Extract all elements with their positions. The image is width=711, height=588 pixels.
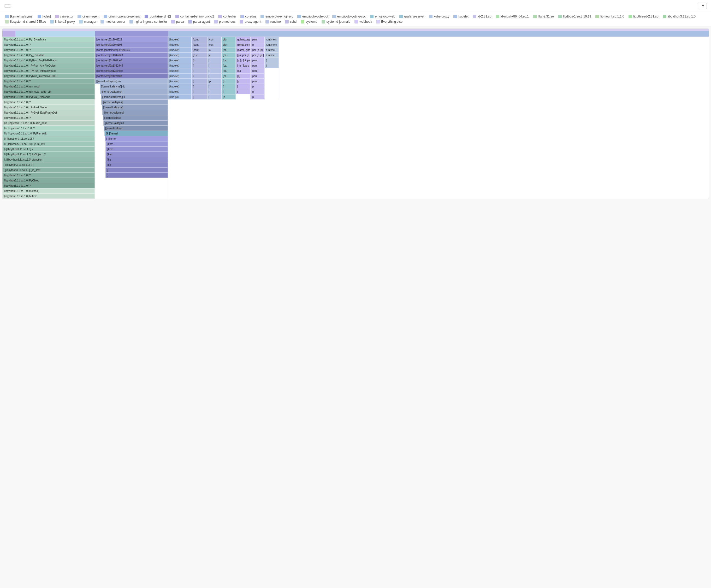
mid-flame-block[interactable]: [[kernel.kallsyms: [103, 120, 168, 126]
right-flame-block[interactable]: [kubelet]: [168, 74, 191, 79]
mid-flame-block[interactable]: [[kernel.kallsyms]: [102, 105, 168, 110]
right-flame-block[interactable]: [pa: [222, 58, 236, 63]
right-flame-block[interactable]: [p: [250, 84, 264, 89]
right-flame-block[interactable]: runtime.c: [265, 42, 279, 47]
right-flame-block[interactable]: I: [192, 74, 207, 79]
legend-item-ld-musl-x86_64.so.1[interactable]: ld-musl-x86_64.so.1: [496, 15, 529, 18]
right-flame-block[interactable]: [p: [250, 89, 264, 94]
mid-flame-block[interactable]: [containerd]0x20fd529: [95, 37, 168, 42]
right-flame-block[interactable]: runtime.: [265, 47, 279, 52]
legend-item-metrics-server[interactable]: metrics-server: [101, 20, 125, 23]
left-flame-block[interactable]: [libpython3.11.so.1.0] buffere: [2, 193, 95, 199]
left-flame-block[interactable]: [lit [libpython3.11.so.1.0] ?: [2, 136, 95, 141]
left-flame-block[interactable]: [libpython3.11.so.1.0] run_eval_code_obj: [2, 89, 95, 94]
mid-flame-block[interactable]: [containerd]0x134a823: [95, 52, 168, 58]
mid-flame-block[interactable]: [[kernel.kallsyms]] k: [101, 94, 168, 100]
right-flame-block[interactable]: [cont: [192, 47, 207, 52]
right-flame-block[interactable]: [pa: [222, 74, 236, 79]
right-flame-block[interactable]: gith: [222, 37, 236, 42]
mid-flame-block[interactable]: [: [105, 173, 168, 178]
left-flame-block[interactable]: [libpython3.11.so.1.0] Py_RunMain: [2, 52, 95, 58]
legend-item-proxy-agent[interactable]: proxy-agent: [240, 20, 261, 23]
right-flame-block[interactable]: [: [207, 94, 221, 100]
legend-item-parca[interactable]: parca: [171, 20, 184, 23]
right-flame-block[interactable]: [par [p [p]: [250, 47, 264, 52]
mid-flame-block[interactable]: [[kernel.kallsyms]]: [101, 100, 168, 105]
mid-flame-block[interactable]: [[kern: [105, 141, 168, 146]
legend-item-controller[interactable]: controller: [218, 15, 236, 18]
legend-item-emojivoto-web[interactable]: emojivoto-web: [370, 15, 395, 18]
right-flame-block[interactable]: [p]: [236, 74, 250, 79]
left-flame-block[interactable]: [ [libpython3.11.so.1.0] ? [: [2, 162, 95, 167]
right-flame-block[interactable]: [p: [222, 94, 236, 100]
right-flame-block[interactable]: [pa [par [p [p]: [236, 52, 250, 58]
view-selector[interactable]: ▾: [698, 3, 707, 9]
legend-item-kube-proxy[interactable]: kube-proxy: [429, 15, 449, 18]
legend-item-runtime[interactable]: runtime: [265, 20, 281, 23]
legend-item-libsystemd-shared-245.so[interactable]: libsystemd-shared-245.so: [5, 20, 46, 23]
right-flame-block[interactable]: [kubelet]: [168, 42, 191, 47]
right-flame-block[interactable]: runtime: [265, 52, 279, 58]
left-flame-block[interactable]: [libpython3.11.so.1.0] Py_BytesMain: [2, 37, 95, 42]
right-flame-block[interactable]: [: [265, 58, 279, 63]
right-flame-block[interactable]: [pa: [222, 68, 236, 74]
legend-item-emojivoto-vote-bot[interactable]: emojivoto-vote-bot: [297, 15, 328, 18]
mid-flame-block[interactable]: [containerd]0x20fe196: [95, 42, 168, 47]
right-flame-block[interactable]: [: [236, 84, 250, 89]
left-flame-block[interactable]: [lil [libpython3.11.so.1.0] PyFile_Wri: [2, 141, 95, 146]
right-flame-block[interactable]: [: [207, 63, 221, 68]
right-flame-block[interactable]: [p: [250, 42, 264, 47]
left-flame-block[interactable]: [libpython3.11.so.1.0] ?: [2, 42, 95, 47]
legend-item-manager[interactable]: manager: [79, 20, 96, 23]
mid-flame-block[interactable]: [[: [105, 167, 168, 173]
right-flame-block[interactable]: github.com/ [parc [p: [236, 42, 250, 47]
mid-flame-block[interactable]: [containerd]0x1332945: [95, 63, 168, 68]
mid-flame-block[interactable]: [[ker: [105, 152, 168, 157]
right-flame-block[interactable]: [p: [236, 79, 250, 84]
left-flame-block[interactable]: [libpython3.11.so.1.0] _PyRun_AnyFileObj…: [2, 63, 95, 68]
right-flame-block[interactable]: [parc: [250, 74, 264, 79]
left-flame-block[interactable]: [libpython3.11.so.1.0] _PyEval_Vector: [2, 105, 95, 110]
right-flame-block[interactable]: [: [207, 74, 221, 79]
legend-item-coredns[interactable]: coredns: [240, 15, 257, 18]
legend-item-nginx-ingress-controller[interactable]: nginx-ingress-controller: [129, 20, 167, 23]
right-flame-block[interactable]: [cont: [192, 37, 207, 42]
mid-flame-block[interactable]: [[kernel.kallsys: [103, 115, 168, 120]
left-flame-block[interactable]: [l: [libpython3.11.so.1.0] cfunction_: [2, 157, 95, 162]
right-flame-block[interactable]: [con: [207, 37, 221, 42]
legend-item-prometheus[interactable]: prometheus: [214, 20, 235, 23]
right-flame-block[interactable]: [: [222, 89, 236, 94]
legend-item-emojivoto-voting-svc[interactable]: emojivoto-voting-svc: [332, 15, 366, 18]
left-flame-block[interactable]: [libpython3.11.so.1.0] PyObjec: [2, 178, 95, 183]
right-flame-block[interactable]: [p: [222, 79, 236, 84]
legend-item-ld-2.31.so[interactable]: ld-2.31.so: [473, 15, 492, 18]
mid-flame-block[interactable]: | [[kerne: [105, 136, 168, 141]
right-flame-block[interactable]: golang.org/x/sync/errgroup.(*C: [236, 37, 250, 42]
mid-flame-block[interactable]: [[ke: [105, 157, 168, 162]
left-flame-block[interactable]: [libpython3.11.so.1.0] ?: [2, 47, 95, 52]
right-flame-block[interactable]: [kubelet]: [168, 37, 191, 42]
legend-item-kubelet[interactable]: kubelet: [453, 15, 469, 18]
left-flame-block[interactable]: [libpython3.11.so.1.0] ?: [2, 100, 95, 105]
mid-flame-block[interactable]: [[kernel.kallsyms]] _: [100, 89, 168, 94]
mid-flame-block[interactable]: [[kernel.kallsyms]] do: [100, 84, 168, 89]
right-flame-block[interactable]: [kubelet]: [168, 58, 191, 63]
legend-close-containerd[interactable]: ×: [168, 15, 171, 18]
right-flame-block[interactable]: [kubelet]: [168, 84, 191, 89]
right-flame-block[interactable]: [: [236, 89, 250, 94]
right-flame-block[interactable]: [ [p [ [parc: [236, 63, 250, 68]
mid-flame-block[interactable]: [[kernel.kallsym: [104, 126, 168, 131]
right-flame-block[interactable]: [pa: [222, 63, 236, 68]
left-flame-block[interactable]: [libpython3.11.so.1.0] _PyRun_Interactiv…: [2, 68, 95, 74]
right-flame-block[interactable]: [: [207, 58, 221, 63]
right-flame-block[interactable]: [pa: [222, 47, 236, 52]
right-flame-block[interactable]: [kubelet]: [168, 52, 191, 58]
right-flame-block[interactable]: [kubelet]: [168, 89, 191, 94]
right-flame-block[interactable]: [pa: [222, 52, 236, 58]
legend-item-webhook[interactable]: webhook: [354, 20, 372, 23]
left-flame-block[interactable]: [libpython3.11.so.1.0] _PyEval_EvalFrame…: [2, 110, 95, 115]
mid-flame-block[interactable]: [[kernel.kallsyms]: [102, 110, 168, 115]
right-flame-block[interactable]: [: [192, 68, 207, 74]
mid-flame-block[interactable]: [[kern: [105, 146, 168, 152]
left-flame-block[interactable]: [libpython3.11.so.1.0] method_: [2, 188, 95, 193]
